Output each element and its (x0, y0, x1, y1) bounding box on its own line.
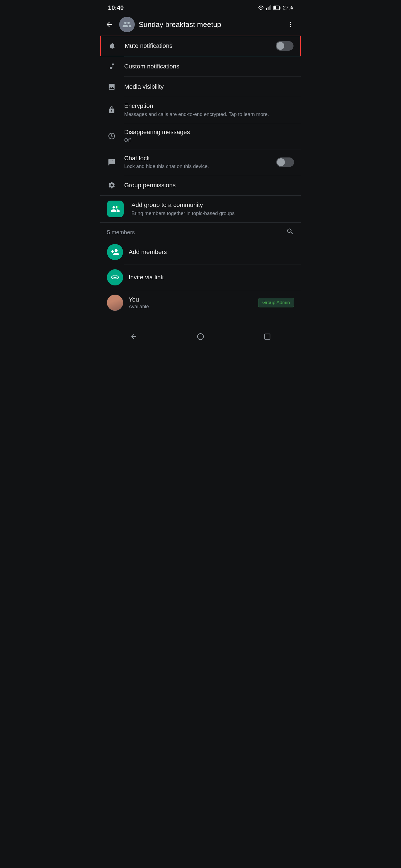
add-to-community-item[interactable]: + Add group to a community Bring members… (100, 195, 301, 222)
svg-rect-3 (269, 6, 270, 10)
invite-link-item[interactable]: Invite via link (100, 265, 301, 290)
invite-link-label: Invite via link (128, 274, 294, 281)
app-header: Sunday breakfast meetup (100, 14, 301, 34)
nav-bar (100, 326, 301, 348)
encryption-item[interactable]: Encryption Messages and calls are end-to… (100, 97, 301, 123)
chat-lock-icon (107, 157, 116, 167)
wifi-icon (258, 5, 264, 10)
svg-rect-1 (266, 8, 267, 10)
mute-notifications-content: Mute notifications (125, 42, 268, 50)
add-members-label: Add members (128, 248, 294, 256)
more-options-button[interactable] (285, 19, 296, 30)
status-time: 10:40 (108, 4, 124, 11)
nav-back-button[interactable] (124, 331, 143, 342)
nav-home-button[interactable] (191, 331, 210, 342)
nav-recents-button[interactable] (258, 331, 277, 342)
svg-text:+: + (117, 206, 118, 208)
svg-point-10 (290, 26, 291, 27)
svg-point-13 (197, 334, 204, 340)
member-you-name: You (128, 296, 253, 303)
media-visibility-label: Media visibility (124, 83, 294, 91)
svg-rect-14 (264, 334, 270, 340)
group-name[interactable]: Sunday breakfast meetup (139, 20, 281, 29)
timer-icon (107, 131, 116, 141)
disappearing-messages-label: Disappearing messages (124, 128, 294, 136)
disappearing-messages-content: Disappearing messages Off (124, 128, 294, 144)
add-members-item[interactable]: Add members (100, 240, 301, 265)
chat-lock-content: Chat lock Lock and hide this chat on thi… (124, 154, 268, 170)
member-you-info: You Available (128, 296, 253, 310)
group-permissions-label: Group permissions (124, 181, 294, 189)
encryption-content: Encryption Messages and calls are end-to… (124, 102, 294, 118)
disappearing-messages-item[interactable]: Disappearing messages Off (100, 123, 301, 149)
search-members-button[interactable] (286, 227, 294, 237)
mute-notifications-item[interactable]: Mute notifications (100, 36, 301, 56)
invite-link-info: Invite via link (128, 274, 294, 281)
signal-icon (266, 5, 271, 10)
member-you-status: Available (128, 304, 253, 310)
mute-notifications-label: Mute notifications (125, 42, 268, 50)
group-admin-badge: Group Admin (258, 298, 294, 307)
svg-point-8 (290, 22, 291, 23)
invite-link-avatar (107, 269, 123, 285)
member-you-item[interactable]: You Available Group Admin (100, 290, 301, 315)
lock-icon (107, 105, 116, 115)
image-icon (107, 82, 116, 92)
status-bar: 10:40 27% (100, 0, 301, 14)
member-you-avatar (107, 294, 123, 311)
svg-rect-6 (280, 7, 280, 9)
encryption-sublabel: Messages and calls are end-to-end encryp… (124, 111, 294, 118)
add-to-community-label: Add group to a community (132, 201, 294, 209)
custom-notifications-content: Custom notifications (124, 63, 294, 71)
members-count-label: 5 members (107, 229, 135, 236)
community-icon: + (107, 200, 124, 217)
encryption-label: Encryption (124, 102, 294, 110)
battery-percentage: 27% (283, 5, 293, 11)
media-visibility-item[interactable]: Media visibility (100, 77, 301, 97)
menu-section: Mute notifications Custom notifications … (100, 36, 301, 222)
members-section-header: 5 members (100, 223, 301, 240)
add-to-community-content: Add group to a community Bring members t… (132, 201, 294, 217)
group-permissions-item[interactable]: Group permissions (100, 175, 301, 195)
chat-lock-toggle[interactable] (276, 157, 294, 167)
custom-notifications-label: Custom notifications (124, 63, 294, 71)
chat-lock-item[interactable]: Chat lock Lock and hide this chat on thi… (100, 149, 301, 175)
add-members-avatar (107, 244, 123, 260)
svg-rect-7 (274, 6, 276, 9)
chat-lock-sublabel: Lock and hide this chat on this device. (124, 163, 268, 170)
music-note-icon (107, 62, 116, 71)
svg-point-0 (260, 9, 262, 10)
mute-notifications-toggle[interactable] (276, 41, 293, 51)
disappearing-messages-sublabel: Off (124, 137, 294, 144)
group-permissions-content: Group permissions (124, 181, 294, 189)
add-to-community-sublabel: Bring members together in topic-based gr… (132, 210, 294, 217)
svg-point-9 (290, 24, 291, 25)
group-avatar (119, 17, 135, 32)
media-visibility-content: Media visibility (124, 83, 294, 91)
svg-rect-4 (270, 5, 271, 10)
add-members-info: Add members (128, 248, 294, 256)
battery-icon (274, 6, 281, 10)
bell-icon (108, 41, 117, 51)
custom-notifications-item[interactable]: Custom notifications (100, 57, 301, 76)
status-icons: 27% (258, 5, 293, 11)
settings-icon (107, 181, 116, 190)
svg-rect-2 (267, 7, 269, 10)
chat-lock-label: Chat lock (124, 154, 268, 162)
back-button[interactable] (103, 18, 115, 31)
